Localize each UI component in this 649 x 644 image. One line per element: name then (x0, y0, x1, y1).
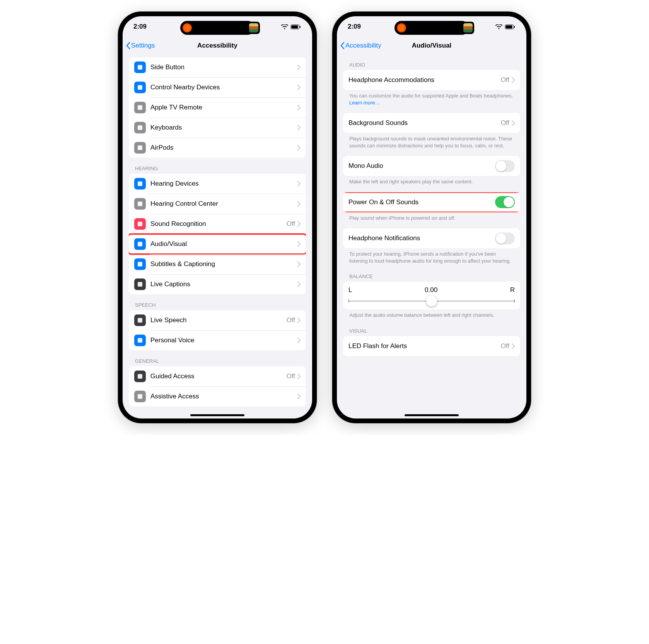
svg-rect-7 (138, 145, 142, 150)
svg-rect-13 (138, 282, 142, 287)
row-label: Power On & Off Sounds (348, 198, 495, 206)
row-keyboards[interactable]: Keyboards (129, 118, 306, 138)
section-header: AUDIO (337, 54, 526, 70)
svg-rect-17 (138, 394, 142, 399)
keyboards-icon (134, 122, 146, 133)
section-header: SPEECH (123, 294, 312, 310)
back-label: Accessibility (345, 42, 381, 50)
content-right[interactable]: AUDIOHeadphone AccommodationsOffYou can … (337, 54, 526, 419)
settings-group: Headphone Notifications (343, 228, 520, 248)
hearing-devices-icon (134, 178, 146, 190)
chevron-right-icon (297, 282, 301, 287)
balance-slider[interactable] (348, 297, 515, 305)
content-left[interactable]: Side ButtonControl Nearby DevicesApple T… (123, 54, 312, 419)
svg-rect-1 (292, 25, 298, 28)
row-guided-access[interactable]: Guided AccessOff (129, 366, 306, 386)
chevron-right-icon (297, 374, 301, 379)
row-label: Headphone Notifications (348, 234, 495, 242)
settings-group: Headphone AccommodationsOff (343, 70, 520, 90)
row-side-button[interactable]: Side Button (129, 57, 306, 77)
footer-link[interactable]: Learn more… (349, 100, 380, 106)
toggle-mono-audio[interactable] (495, 160, 515, 172)
row-hearing-control-center[interactable]: Hearing Control Center (129, 194, 306, 214)
section-header: HEARING (123, 158, 312, 174)
personal-voice-icon (134, 335, 146, 346)
svg-rect-4 (138, 85, 142, 90)
row-label: Audio/Visual (150, 240, 297, 248)
apple-tv-remote-icon (134, 102, 146, 113)
row-apple-tv-remote[interactable]: Apple TV Remote (129, 97, 306, 118)
back-button[interactable]: Settings (126, 42, 155, 50)
row-label: Sound Recognition (150, 220, 287, 228)
row-hearing-devices[interactable]: Hearing Devices (129, 174, 306, 194)
chevron-right-icon (512, 120, 515, 126)
row-live-captions[interactable]: Live Captions (129, 274, 306, 294)
svg-rect-3 (138, 65, 142, 70)
row-headphone-accommodations[interactable]: Headphone AccommodationsOff (343, 70, 520, 90)
home-indicator[interactable] (190, 414, 244, 416)
row-label: AirPods (150, 144, 297, 152)
chevron-right-icon (297, 201, 301, 207)
hearing-control-center-icon (134, 198, 146, 210)
settings-group: Background SoundsOff (343, 113, 520, 133)
row-assistive-access[interactable]: Assistive Access (129, 386, 306, 407)
row-label: Hearing Control Center (150, 200, 297, 208)
settings-group: Guided AccessOffAssistive Access (129, 366, 306, 407)
chevron-left-icon (340, 42, 345, 50)
nav-bar: Accessibility Audio/Visual (337, 37, 526, 54)
toggle-power-sounds[interactable] (495, 196, 515, 208)
nav-title: Audio/Visual (412, 42, 452, 50)
svg-rect-20 (514, 26, 515, 28)
settings-group: Power On & Off Sounds (343, 192, 520, 212)
chevron-right-icon (297, 221, 301, 227)
svg-rect-6 (138, 125, 142, 130)
wifi-icon (281, 24, 288, 29)
status-bar: 2:09 (337, 16, 526, 37)
row-power-sounds[interactable]: Power On & Off Sounds (343, 192, 520, 212)
row-label: Personal Voice (150, 337, 297, 344)
balance-slider-row: L0.00R (343, 282, 520, 309)
battery-icon (290, 24, 301, 29)
section-footer: To protect your hearing, iPhone sends a … (337, 248, 526, 266)
chevron-right-icon (297, 85, 301, 90)
home-indicator[interactable] (405, 414, 459, 416)
side-button-icon (134, 61, 146, 73)
audio-visual-icon (134, 238, 146, 250)
svg-rect-11 (138, 242, 142, 246)
settings-group: Live SpeechOffPersonal Voice (129, 310, 306, 350)
svg-rect-12 (138, 262, 142, 266)
chevron-right-icon (297, 125, 301, 130)
row-led-flash[interactable]: LED Flash for AlertsOff (343, 336, 520, 356)
row-label: Mono Audio (348, 162, 495, 170)
row-sound-recognition[interactable]: Sound RecognitionOff (129, 214, 306, 234)
row-subtitles[interactable]: Subtitles & Captioning (129, 254, 306, 274)
row-live-speech[interactable]: Live SpeechOff (129, 310, 306, 330)
balance-slider-group: L0.00R (343, 282, 520, 309)
toggle-headphone-notifications[interactable] (495, 232, 515, 244)
island-app-icon-right (248, 22, 260, 34)
airpods-icon (134, 142, 146, 154)
chevron-right-icon (297, 241, 301, 247)
sound-recognition-icon (134, 218, 146, 230)
row-headphone-notifications[interactable]: Headphone Notifications (343, 228, 520, 248)
section-header: GENERAL (123, 350, 312, 366)
row-personal-voice[interactable]: Personal Voice (129, 330, 306, 350)
row-background-sounds[interactable]: Background SoundsOff (343, 113, 520, 133)
row-value: Off (287, 372, 295, 380)
chevron-right-icon (297, 105, 301, 110)
phone-left: 2:09 Settings Accessibility Side (118, 12, 317, 423)
nav-title: Accessibility (197, 42, 237, 50)
phone-right: 2:09 Accessibility Audio/Visual A (332, 12, 531, 423)
settings-group: Hearing DevicesHearing Control CenterSou… (129, 174, 306, 294)
row-airpods[interactable]: AirPods (129, 138, 306, 158)
svg-rect-10 (138, 222, 142, 226)
row-audio-visual[interactable]: Audio/Visual (129, 234, 306, 254)
chevron-right-icon (297, 394, 301, 399)
section-header: BALANCE (337, 266, 526, 282)
row-control-nearby[interactable]: Control Nearby Devices (129, 77, 306, 97)
live-captions-icon (134, 278, 146, 290)
screen-left: 2:09 Settings Accessibility Side (123, 16, 312, 419)
row-mono-audio[interactable]: Mono Audio (343, 156, 520, 176)
back-button[interactable]: Accessibility (340, 42, 381, 50)
svg-rect-14 (138, 318, 142, 323)
